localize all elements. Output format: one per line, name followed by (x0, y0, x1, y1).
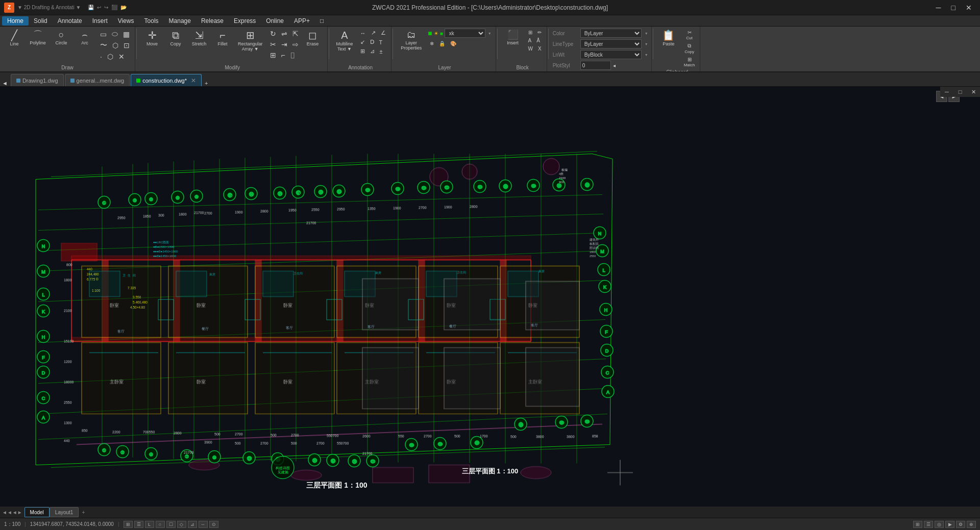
region-button[interactable]: ⬡ (110, 40, 120, 51)
workspace-switch[interactable]: ◎ (935, 521, 944, 528)
offset-button[interactable]: ⇨ (290, 39, 301, 49)
close-button[interactable]: ✕ (962, 3, 976, 13)
lw-toggle[interactable]: ⊙ (209, 521, 218, 528)
subwin-close-button[interactable]: ✕ (967, 87, 980, 97)
settings-button[interactable]: ⚙ (956, 521, 965, 528)
menu-home[interactable]: Home (2, 16, 29, 26)
rotate-button[interactable]: ↻ (268, 29, 278, 39)
fillet-button[interactable]: ⌐ Fillet (211, 29, 234, 48)
drawing-canvas[interactable]: ◄ ► (0, 87, 980, 507)
title-controls[interactable]: ─ □ ✕ (932, 3, 976, 13)
layer-dropdown[interactable]: xk (445, 29, 485, 38)
multilinetext-button[interactable]: A MultilineText ▼ (333, 29, 356, 53)
xline-button[interactable]: ✕ (116, 52, 127, 62)
ortho-toggle[interactable]: L (145, 521, 154, 528)
array-button[interactable]: ⊞ (268, 50, 278, 60)
menu-app[interactable]: APP+ (289, 16, 315, 26)
menu-window[interactable]: □ (315, 16, 329, 26)
props-expand-btn[interactable]: ◂ (613, 63, 616, 68)
bedit-button[interactable]: ✏ (535, 29, 544, 36)
create-block-button[interactable]: ⊞ (526, 29, 534, 36)
xref-button[interactable]: X (536, 45, 544, 53)
play-button[interactable]: ▶ (945, 521, 954, 528)
menu-tools[interactable]: Tools (139, 16, 164, 26)
menu-release[interactable]: Release (196, 16, 229, 26)
plotstyle-input[interactable] (580, 61, 611, 70)
table-button[interactable]: ⊞ (358, 47, 367, 56)
tab-construction[interactable]: construction.dwg* ✕ (131, 74, 202, 86)
layer-color-button[interactable]: 🎨 (448, 40, 458, 47)
layer-properties-button[interactable]: 🗂 LayerProperties (398, 29, 425, 52)
hatch-button[interactable]: ▦ (121, 29, 132, 39)
textstyle-button[interactable]: T (377, 38, 385, 46)
tab-nav-prev[interactable]: ◄ (2, 80, 8, 86)
line-button[interactable]: ╱ Line (3, 29, 26, 48)
layer-freeze-button[interactable]: ❄ (428, 40, 436, 47)
qa-open[interactable]: 📂 (120, 5, 127, 10)
erase-button[interactable]: ◻ Erase (302, 29, 324, 48)
add-icon-button[interactable]: ⊕ (967, 521, 976, 528)
wblock-button[interactable]: W (526, 45, 535, 53)
subwin-min-button[interactable]: ─ (940, 87, 953, 97)
rectarray-button[interactable]: ⊞ RectangularArray ▼ (235, 29, 266, 53)
insert-button[interactable]: ⬛ Insert (502, 29, 524, 47)
maximize-button[interactable]: □ (947, 3, 960, 13)
grid-toggle[interactable]: ⊞ (124, 521, 133, 528)
qa-redo[interactable]: ↪ (104, 5, 108, 10)
linetype-select[interactable]: ByLayer (580, 39, 642, 48)
copyclip-button[interactable]: ⧉Copy (682, 42, 697, 55)
menu-manage[interactable]: Manage (164, 16, 196, 26)
rectangle-button[interactable]: ▭ (98, 29, 109, 39)
lineweight-select[interactable]: ByBlock (580, 50, 642, 59)
qa-new[interactable]: ⬛ (111, 5, 117, 10)
qa-save[interactable]: 💾 (88, 5, 94, 10)
stretch-button[interactable]: ⇲ Stretch (188, 29, 210, 48)
tab-general[interactable]: general...ment.dwg (65, 74, 130, 86)
copy-button[interactable]: ⧉ Copy (164, 29, 187, 48)
otrack-toggle[interactable]: ◇ (177, 521, 186, 528)
add-layout-button[interactable]: + (79, 509, 88, 516)
tab-construction-close[interactable]: ✕ (191, 77, 196, 84)
dim-linear-button[interactable]: ↔ (358, 29, 368, 37)
spline-button[interactable]: 〜 (98, 40, 109, 51)
boundary-button[interactable]: ⊡ (121, 40, 132, 51)
tab-drawing1[interactable]: Drawing1.dwg (11, 74, 64, 86)
ducs-toggle[interactable]: ⊿ (188, 521, 197, 528)
leader-button[interactable]: ↙ (358, 38, 367, 46)
paste-button[interactable]: 📋 Paste (657, 29, 680, 48)
matchprop-button[interactable]: ⊞Match (682, 56, 697, 68)
move-button[interactable]: ✛ Move (141, 29, 163, 48)
tab-nav-arrows[interactable]: ◄◄◄► (2, 510, 22, 515)
arc-button[interactable]: ⌢ Arc (74, 29, 96, 47)
polygon-button[interactable]: ⬡ (105, 52, 115, 62)
ellipse-button[interactable]: ⬭ (110, 29, 120, 39)
chamfer-button[interactable]: ⌐ (279, 50, 287, 60)
circle-button[interactable]: ○ Circle (50, 29, 72, 47)
break-button[interactable]: ⌷ (288, 50, 297, 60)
quickaccess-toolbar[interactable]: ▼ 2D Drafting & Annotati ▼ (17, 5, 81, 10)
attdef-button[interactable]: A (526, 37, 534, 44)
menu-insert[interactable]: Insert (87, 16, 113, 26)
qa-undo[interactable]: ↩ (97, 5, 101, 10)
dim-aligned-button[interactable]: ↗ (369, 29, 378, 37)
dimstyle-button[interactable]: Ⅾ (368, 38, 376, 46)
polyline-button[interactable]: ⌒ Polyline (27, 29, 49, 47)
minimize-button[interactable]: ─ (932, 3, 945, 13)
menu-solid[interactable]: Solid (29, 16, 53, 26)
osnap-toggle[interactable]: ☐ (166, 521, 176, 528)
menu-online[interactable]: Online (261, 16, 289, 26)
menu-annotate[interactable]: Annotate (53, 16, 87, 26)
layer-lock-button[interactable]: 🔒 (437, 40, 447, 47)
attedit-button[interactable]: Ā (534, 37, 542, 44)
tolerance-button[interactable]: ± (378, 47, 385, 56)
point-button[interactable]: · (98, 52, 104, 62)
scale-button[interactable]: ⇱ (290, 29, 301, 39)
dyn-toggle[interactable]: ↔ (199, 521, 208, 528)
trim-button[interactable]: ✂ (268, 39, 278, 49)
viewport-toggle[interactable]: ⊞ (913, 521, 922, 528)
menu-views[interactable]: Views (113, 16, 139, 26)
cut-button[interactable]: ✂Cut (682, 29, 697, 41)
layout1-tab[interactable]: Layout1 (50, 507, 79, 517)
annotation-scale[interactable]: ☰ (924, 521, 933, 528)
color-select[interactable]: ByLayer (580, 29, 642, 38)
